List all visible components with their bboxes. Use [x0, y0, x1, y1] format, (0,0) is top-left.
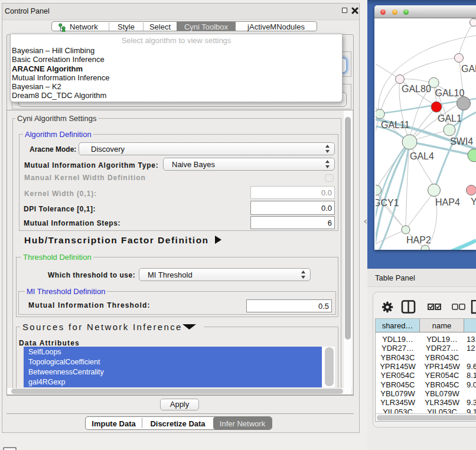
svg-text:GAL80: GAL80 [402, 84, 431, 94]
svg-text:GAL4: GAL4 [410, 151, 434, 161]
svg-text:HAP4: HAP4 [435, 197, 460, 207]
svg-text:GAL11: GAL11 [381, 120, 410, 130]
svg-text:GCY1: GCY1 [376, 198, 399, 208]
svg-text:GAL10: GAL10 [435, 88, 465, 98]
svg-text:GAL: GAL [461, 64, 476, 74]
svg-text:GAL1: GAL1 [438, 113, 462, 123]
svg-text:SWI4: SWI4 [450, 136, 473, 146]
svg-text:Y: Y [471, 197, 476, 207]
svg-text:HAP2: HAP2 [406, 235, 431, 245]
